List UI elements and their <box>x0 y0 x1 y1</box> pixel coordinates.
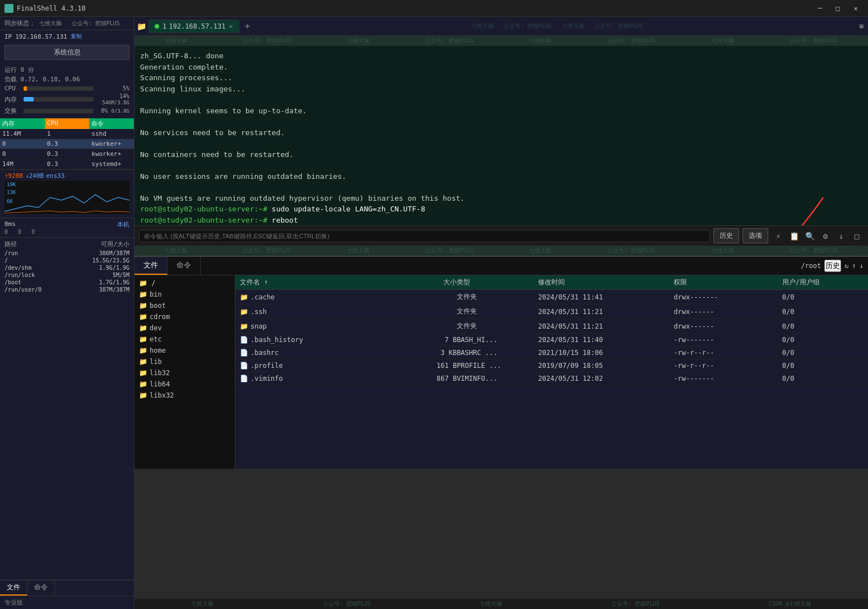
file-row[interactable]: 📄 .bash_history 7 B BASH_HI... 2024/05/3… <box>235 334 868 347</box>
col-type[interactable]: 类型 <box>457 278 538 287</box>
proc-cmd: systemd+ <box>89 159 134 169</box>
file-row[interactable]: 📄 .viminfo 867 B VIMINFO... 2024/05/31 1… <box>235 372 868 385</box>
history-button[interactable]: 历史 <box>713 228 739 243</box>
file-row[interactable]: 📄 .bashrc 3 KB BASHRC ... 2021/10/15 18:… <box>235 347 868 359</box>
connection-indicator <box>155 24 159 29</box>
pro-label: 专业版 <box>0 596 134 609</box>
minimize-button[interactable]: ─ <box>812 2 828 15</box>
file-perm: -rw------- <box>674 336 782 344</box>
proc-row: 14M 0.3 systemd+ <box>0 159 134 169</box>
session-tab[interactable]: 1 192.168.57.131 ✕ <box>148 20 239 33</box>
tree-item-home[interactable]: 📁 home <box>137 345 233 356</box>
file-perm: drwx------ <box>674 322 782 330</box>
process-list: 11.4M 1 sshd 0 0.3 kworker+ 0 0.3 kworke… <box>0 129 134 169</box>
col-perm[interactable]: 权限 <box>674 278 782 287</box>
tree-item-lib[interactable]: 📁 lib <box>137 356 233 367</box>
tree-item-cdrom[interactable]: 📁 cdrom <box>137 311 233 322</box>
file-history-button[interactable]: 历史 <box>824 260 841 272</box>
download2-icon[interactable]: ↓ <box>860 262 864 270</box>
file-mtime: 2019/07/09 18:05 <box>538 362 674 370</box>
command-input[interactable] <box>139 230 710 242</box>
download-icon[interactable]: ↓ <box>834 229 848 243</box>
terminal-line: Running kernel seems to be up-to-date. <box>140 105 862 117</box>
terminal-line <box>140 182 862 193</box>
file-type: PROFILE ... <box>457 362 538 370</box>
disk-section: 路径 可用/大小 /run 386M/387M / 15.5G/23.5G /d… <box>0 237 134 580</box>
proc-mem: 14M <box>0 159 45 169</box>
sidebar-bottom-tabs: 文件 命令 <box>0 580 134 596</box>
mem-bar <box>24 97 34 101</box>
file-row[interactable]: 📁 snap 文件夹 2024/05/31 11:21 drwx------ 0… <box>235 319 868 334</box>
tab-cmd[interactable]: 命令 <box>168 257 201 275</box>
settings-icon[interactable]: ⚙ <box>819 229 832 243</box>
tree-item-bin[interactable]: 📁 bin <box>137 289 233 300</box>
latency-extra: 0 0 0 <box>4 229 129 235</box>
cpu-bar <box>24 86 27 91</box>
col-size[interactable]: 大小 <box>402 278 457 287</box>
file-perm: drwx------- <box>674 293 782 301</box>
col-mtime[interactable]: 修改时间 <box>538 278 674 287</box>
close-button[interactable]: ✕ <box>848 2 864 15</box>
disk-avail: 1.9G/1.9G <box>99 265 129 271</box>
options-button[interactable]: 选项 <box>742 228 768 243</box>
tab-num: 1 <box>163 22 166 30</box>
disk-avail: 1.7G/1.9G <box>99 279 129 285</box>
ip-address: 192.168.57.131 <box>15 33 67 40</box>
bottom-panel: 文件 命令 /root 历史 ↻ ↑ ↓ 📁 / 📁 bin <box>134 256 868 469</box>
clipboard-icon[interactable]: 📋 <box>787 229 801 243</box>
file-row[interactable]: 📄 .profile 161 B PROFILE ... 2019/07/09 … <box>235 359 868 372</box>
disk-row: / 15.5G/23.5G <box>4 257 129 264</box>
tab-cmd[interactable]: 命令 <box>27 580 55 596</box>
cpu-value: 5% <box>96 85 129 91</box>
refresh-icon[interactable]: ↻ <box>844 262 848 270</box>
window-controls: ─ □ ✕ <box>812 2 864 15</box>
file-size: 161 B <box>402 362 457 370</box>
copy-button[interactable]: 复制 <box>71 33 82 40</box>
terminal-line: Scanning processes... <box>140 72 862 84</box>
terminal[interactable]: zh_SG.UTF-8... done Generation complete.… <box>134 46 868 225</box>
proc-col-cpu[interactable]: CPU <box>45 118 90 129</box>
tree-item-dev[interactable]: 📁 dev <box>137 322 233 334</box>
tab-file[interactable]: 文件 <box>0 580 27 596</box>
grid-icon[interactable]: ⊞ <box>860 22 864 30</box>
file-size: 3 KB <box>402 349 457 357</box>
file-name: 📄 .viminfo <box>240 375 402 382</box>
file-size: 867 B <box>402 375 457 382</box>
watermark-bar: 七维大脑 公众号: 肥猫PLUS 七维大脑 公众号: 肥猫PLUS 七维大脑 公… <box>134 36 868 46</box>
upload-icon[interactable]: ↑ <box>852 262 856 270</box>
file-size: 7 B <box>402 336 457 344</box>
tab-add-button[interactable]: + <box>240 19 255 34</box>
tree-item-libx32[interactable]: 📁 libx32 <box>137 390 233 401</box>
col-name[interactable]: 文件名 ↑ <box>240 278 402 287</box>
terminal-line <box>140 94 862 105</box>
search-icon[interactable]: 🔍 <box>803 229 816 243</box>
proc-col-cmd[interactable]: 命令 <box>89 118 134 129</box>
tree-item-lib64[interactable]: 📁 lib64 <box>137 379 233 390</box>
tab-close-button[interactable]: ✕ <box>229 22 233 30</box>
proc-col-mem[interactable]: 内存 <box>0 118 45 129</box>
maximize-button[interactable]: □ <box>830 2 846 15</box>
mem-row: 内存 14% 546M/3.8G <box>4 93 129 105</box>
tree-item-lib32[interactable]: 📁 lib32 <box>137 367 233 379</box>
terminal-line: Scanning linux images... <box>140 84 862 95</box>
tree-root[interactable]: 📁 / <box>137 278 233 289</box>
proc-cpu: 0.3 <box>45 139 90 149</box>
sysinfo-button[interactable]: 系统信息 <box>4 45 129 60</box>
tab-file[interactable]: 文件 <box>134 257 168 275</box>
tree-item-etc[interactable]: 📁 etc <box>137 334 233 345</box>
proc-cpu: 0.3 <box>45 159 90 169</box>
disk-avail: 5M/5M <box>113 272 129 278</box>
col-owner[interactable]: 用户/用户组 <box>782 278 864 287</box>
latency-row: 0ms 本机 <box>4 220 129 229</box>
file-type: 文件夹 <box>457 307 538 316</box>
file-row[interactable]: 📁 .ssh 文件夹 2024/05/31 11:21 drwx------ 0… <box>235 304 868 319</box>
network-section: ↑928B ↓240B ens33 19K 13K 6K <box>0 169 134 218</box>
tree-item-boot[interactable]: 📁 boot <box>137 300 233 311</box>
file-list-header: 文件名 ↑ 大小 类型 修改时间 权限 用户/用户组 <box>235 275 868 290</box>
fullscreen-icon[interactable]: □ <box>850 229 864 243</box>
lightning-icon[interactable]: ⚡ <box>772 229 785 243</box>
disk-path: /run/lock <box>4 272 35 278</box>
proc-row: 0 0.3 kworker+ <box>0 139 134 149</box>
watermark-tabbar: 七维大脑 公众号: 肥猫PLUS 七维大脑 公众号: 肥猫PLUS <box>255 22 860 30</box>
file-row[interactable]: 📁 .cache 文件夹 2024/05/31 11:41 drwx------… <box>235 290 868 304</box>
